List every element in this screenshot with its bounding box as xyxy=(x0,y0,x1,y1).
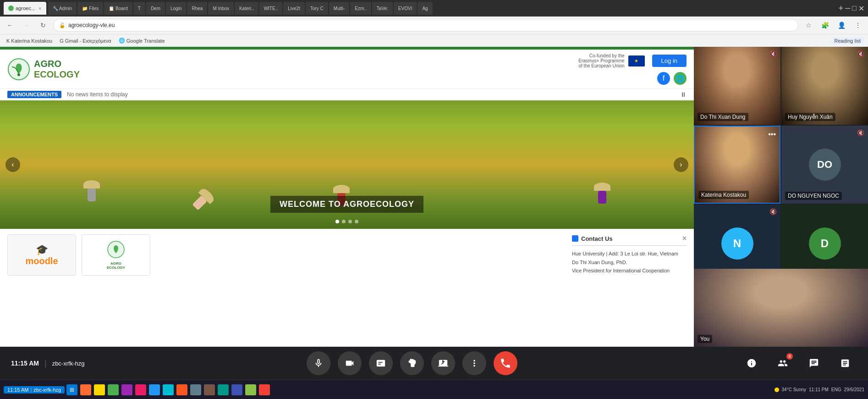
toolbar-divider: | xyxy=(44,359,47,368)
mic-svg-icon xyxy=(313,358,324,368)
minimize-button[interactable]: ─ xyxy=(845,4,850,12)
captions-svg-icon xyxy=(376,358,386,368)
reading-list-button[interactable]: Reading list xyxy=(831,37,864,44)
tab-live[interactable]: Live2t xyxy=(283,2,305,15)
people-badge: 8 xyxy=(786,353,793,360)
facebook-icon[interactable]: f xyxy=(657,72,670,85)
taskbar-app-8[interactable] xyxy=(176,384,187,395)
maximize-button[interactable]: □ xyxy=(852,4,857,12)
chat-button[interactable] xyxy=(802,351,826,375)
dot-3[interactable] xyxy=(348,220,352,223)
agro-eco-card[interactable]: AGROECOLOGY xyxy=(82,234,150,276)
tab-board[interactable]: 📋 Board xyxy=(104,2,132,15)
video-tile-katerina[interactable]: Katerina Kostakou ••• xyxy=(694,126,780,204)
captions-button[interactable] xyxy=(369,351,393,375)
camera-button[interactable] xyxy=(338,351,362,375)
taskbar-divider: | xyxy=(30,387,32,393)
contact-icon xyxy=(572,235,578,242)
taskbar-app-9[interactable] xyxy=(190,384,201,395)
activities-button[interactable] xyxy=(833,351,857,375)
globe-icon[interactable]: 🌐 xyxy=(674,72,687,85)
tab-files[interactable]: 📁 Files xyxy=(77,2,103,15)
taskbar-app-5[interactable] xyxy=(135,384,146,395)
taskbar-app-2[interactable] xyxy=(94,384,105,395)
bm-icon: K xyxy=(6,38,10,44)
bookmark-bar: K Katerina Kostakou G Gmail - Εισερχόμεν… xyxy=(0,34,868,47)
info-button[interactable] xyxy=(740,351,764,375)
tab-wite[interactable]: WITE.. xyxy=(259,2,283,15)
tab-multi[interactable]: Multi- xyxy=(329,2,349,15)
more-options-katerina[interactable]: ••• xyxy=(768,130,776,139)
video-tile-dung[interactable]: Do Thi Xuan Dung 🔇 xyxy=(694,47,780,125)
tab-ag[interactable]: Ag xyxy=(418,2,432,15)
eu-flag-icon: ★ xyxy=(628,55,645,66)
you-tile[interactable]: You xyxy=(694,269,868,347)
browser-chrome: agroec... ✕ 🔧 Admin 📁 Files 📋 Board T De… xyxy=(0,0,868,47)
people-button[interactable]: 8 xyxy=(771,351,795,375)
forward-button[interactable]: → xyxy=(20,19,33,32)
taskbar-app-3[interactable] xyxy=(108,384,119,395)
taskbar-app-12[interactable] xyxy=(231,384,242,395)
tab-ez[interactable]: Ezm.. xyxy=(350,2,371,15)
taskbar-app-6[interactable] xyxy=(149,384,160,395)
taskbar-app-4[interactable] xyxy=(121,384,132,395)
raise-hand-button[interactable] xyxy=(400,351,424,375)
address-bar[interactable]: 🔓 agroecology-vle.eu xyxy=(53,19,798,32)
tab-tave[interactable]: TaVe: xyxy=(372,2,393,15)
present-button[interactable] xyxy=(431,351,455,375)
tab-admin[interactable]: 🔧 Admin xyxy=(48,2,77,15)
profile-button[interactable]: 👤 xyxy=(835,19,848,32)
tab-kateri[interactable]: Kateri.. xyxy=(235,2,258,15)
back-button[interactable]: ← xyxy=(4,19,16,32)
more-options-button[interactable] xyxy=(462,351,486,375)
taskbar-app-7[interactable] xyxy=(163,384,174,395)
taskbar-app-11[interactable] xyxy=(218,384,229,395)
active-tab[interactable]: agroec... ✕ xyxy=(4,2,46,15)
carousel-next-button[interactable]: › xyxy=(674,157,688,172)
bookmark-gmail[interactable]: G Gmail - Εισερχόμενα xyxy=(57,37,114,44)
carousel-prev-button[interactable]: ‹ xyxy=(5,157,20,172)
tab-close[interactable]: ✕ xyxy=(38,6,42,11)
extensions-button[interactable]: 🧩 xyxy=(819,19,831,32)
taskbar-app-14[interactable] xyxy=(259,384,270,395)
announcements-bar: ANNOUNCEMENTS No news items to display ⏸ xyxy=(0,89,694,100)
tab-login[interactable]: Login xyxy=(166,2,186,15)
video-tile-huy[interactable]: Huy Nguyễn Xuân 🔇 xyxy=(781,47,868,125)
dot-1[interactable] xyxy=(335,220,339,223)
dot-2[interactable] xyxy=(342,220,346,223)
mic-icon-nguyen: 🔇 xyxy=(769,208,777,215)
taskbar-app-1[interactable] xyxy=(80,384,91,395)
tab-rhea[interactable]: Rhea xyxy=(187,2,207,15)
video-tile-do[interactable]: DO DO NGUYEN NGOC 🔇 xyxy=(781,126,868,204)
tab-inbox[interactable]: M Inbox xyxy=(208,2,234,15)
bookmark-katerina[interactable]: K Katerina Kostakou xyxy=(4,37,55,44)
moodle-card[interactable]: 🎓 moodle xyxy=(7,234,76,276)
close-window-button[interactable]: ✕ xyxy=(858,4,864,13)
bookmark-button[interactable]: ☆ xyxy=(802,19,815,32)
tab-tuh[interactable]: T xyxy=(133,2,145,15)
contact-close-button[interactable]: × xyxy=(682,234,687,243)
tab-tory[interactable]: Tory C xyxy=(306,2,328,15)
tab-dem[interactable]: Dem xyxy=(146,2,165,15)
dot-4[interactable] xyxy=(355,220,358,223)
video-tile-nguyen[interactable]: N Nguyen Thu 🔇 xyxy=(694,205,780,269)
agro-card-label: AGROECOLOGY xyxy=(107,261,125,270)
tab-evo[interactable]: EVOVI xyxy=(394,2,417,15)
taskbar-app-13[interactable] xyxy=(245,384,256,395)
taskbar-app-10[interactable] xyxy=(204,384,215,395)
video-tile-dang[interactable]: D Dang Tinh Diem xyxy=(781,205,868,269)
pause-button[interactable]: ⏸ xyxy=(680,91,687,98)
reload-button[interactable]: ↻ xyxy=(37,19,49,32)
contact-title: Contact Us xyxy=(581,235,613,242)
end-call-button[interactable] xyxy=(494,351,517,375)
bookmark-translate[interactable]: 🌐 Google Translate xyxy=(116,37,168,44)
tile-name-dung: Do Thi Xuan Dung xyxy=(698,113,748,121)
microphone-button[interactable] xyxy=(307,351,330,375)
weather-text: 34°C Sunny xyxy=(782,387,806,392)
new-tab-button[interactable]: + xyxy=(838,4,843,13)
avatar-do: DO xyxy=(809,149,841,181)
menu-button[interactable]: ⋮ xyxy=(852,19,864,32)
taskbar-windows-icon[interactable]: ⊞ xyxy=(66,384,77,395)
start-area[interactable]: 11:15 AM | zbc-xrfk-hzg xyxy=(4,386,65,393)
login-button[interactable]: Log in xyxy=(652,55,687,67)
